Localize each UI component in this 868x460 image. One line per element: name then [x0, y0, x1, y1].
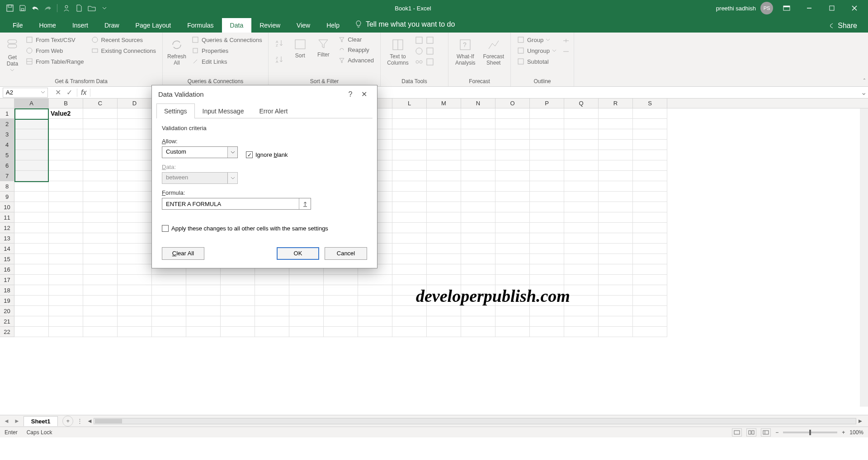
- cell[interactable]: [392, 192, 427, 202]
- cell[interactable]: [49, 181, 83, 192]
- column-header[interactable]: Q: [564, 99, 599, 108]
- user-avatar[interactable]: PS: [760, 2, 773, 14]
- cell[interactable]: [49, 119, 83, 129]
- cell[interactable]: [633, 129, 667, 140]
- cell[interactable]: [14, 254, 49, 264]
- cell[interactable]: [14, 119, 49, 129]
- cell[interactable]: [358, 296, 392, 306]
- cell[interactable]: [495, 181, 530, 192]
- cell[interactable]: [392, 223, 427, 233]
- cell[interactable]: [83, 181, 118, 192]
- cell[interactable]: [49, 233, 83, 244]
- worksheet-grid[interactable]: ABCDEFGHIJKLMNOPQRS 1Value1Value22345678…: [0, 99, 868, 415]
- cell[interactable]: [14, 264, 49, 275]
- text-to-columns-button[interactable]: Text to Columns: [385, 35, 410, 66]
- sheet-nav-next-icon[interactable]: ►: [14, 418, 20, 424]
- cell[interactable]: [358, 306, 392, 316]
- edit-links-button[interactable]: Edit Links: [190, 57, 264, 66]
- cell[interactable]: [599, 233, 633, 244]
- cell[interactable]: [324, 275, 358, 285]
- row-header[interactable]: 4: [0, 140, 14, 150]
- cell[interactable]: [530, 233, 564, 244]
- cell[interactable]: [255, 296, 289, 306]
- existing-connections-button[interactable]: Existing Connections: [90, 46, 158, 55]
- cell[interactable]: [427, 108, 461, 119]
- cell[interactable]: [118, 254, 152, 264]
- cell[interactable]: [530, 129, 564, 140]
- cell[interactable]: [461, 129, 495, 140]
- cell[interactable]: [599, 296, 633, 306]
- cell[interactable]: [530, 316, 564, 327]
- column-header[interactable]: C: [83, 99, 118, 108]
- row-header[interactable]: 16: [0, 264, 14, 275]
- cell[interactable]: [633, 275, 667, 285]
- row-header[interactable]: 15: [0, 254, 14, 264]
- cell[interactable]: [289, 327, 324, 337]
- cell[interactable]: [392, 275, 427, 285]
- cell[interactable]: [118, 171, 152, 181]
- cell[interactable]: [633, 119, 667, 129]
- cell[interactable]: [461, 275, 495, 285]
- cell[interactable]: [633, 316, 667, 327]
- cell[interactable]: [564, 119, 599, 129]
- cell[interactable]: [427, 192, 461, 202]
- cell[interactable]: [392, 212, 427, 223]
- row-header[interactable]: 12: [0, 223, 14, 233]
- cell[interactable]: [255, 316, 289, 327]
- filter-button[interactable]: Filter: [314, 35, 334, 58]
- cell[interactable]: [427, 119, 461, 129]
- cell[interactable]: [427, 327, 461, 337]
- zoom-out-button[interactable]: −: [775, 429, 778, 436]
- cell[interactable]: [289, 296, 324, 306]
- cell[interactable]: [599, 150, 633, 160]
- zoom-level[interactable]: 100%: [849, 429, 863, 436]
- cell[interactable]: [530, 264, 564, 275]
- row-header[interactable]: 9: [0, 192, 14, 202]
- cell[interactable]: [427, 254, 461, 264]
- cell[interactable]: [118, 233, 152, 244]
- cell[interactable]: [49, 275, 83, 285]
- cell[interactable]: [427, 316, 461, 327]
- cell[interactable]: [83, 327, 118, 337]
- cell[interactable]: [564, 264, 599, 275]
- cell[interactable]: [118, 264, 152, 275]
- cell[interactable]: [461, 244, 495, 254]
- cell[interactable]: [530, 223, 564, 233]
- sheet-tab-sheet1[interactable]: Sheet1: [24, 416, 58, 426]
- hscroll-right-icon[interactable]: ►: [856, 418, 864, 424]
- cell[interactable]: [530, 140, 564, 150]
- tab-file[interactable]: File: [5, 18, 31, 33]
- ungroup-button[interactable]: Ungroup: [515, 46, 558, 55]
- cell[interactable]: [83, 285, 118, 296]
- page-break-view-button[interactable]: [761, 428, 771, 437]
- cell[interactable]: [599, 264, 633, 275]
- cell[interactable]: [461, 306, 495, 316]
- cell[interactable]: [530, 181, 564, 192]
- clear-all-button[interactable]: Clear All: [162, 247, 204, 260]
- cell[interactable]: [427, 140, 461, 150]
- cell[interactable]: [392, 160, 427, 171]
- cell[interactable]: [495, 140, 530, 150]
- cell[interactable]: [599, 212, 633, 223]
- column-header[interactable]: O: [495, 99, 530, 108]
- cell[interactable]: [118, 150, 152, 160]
- cell[interactable]: [599, 254, 633, 264]
- cell[interactable]: [324, 316, 358, 327]
- cell[interactable]: [14, 129, 49, 140]
- maximize-icon[interactable]: [823, 1, 841, 15]
- tab-draw[interactable]: Draw: [96, 18, 127, 33]
- open-icon[interactable]: [86, 3, 97, 14]
- cell[interactable]: [324, 327, 358, 337]
- cell[interactable]: [495, 264, 530, 275]
- cell[interactable]: [83, 202, 118, 212]
- data-validation-button[interactable]: [414, 46, 424, 56]
- tell-me-search[interactable]: Tell me what you want to do: [348, 16, 462, 33]
- row-header[interactable]: 3: [0, 129, 14, 140]
- cell[interactable]: [530, 160, 564, 171]
- cell[interactable]: [118, 327, 152, 337]
- cell[interactable]: [530, 192, 564, 202]
- undo-icon[interactable]: [30, 3, 41, 14]
- cell[interactable]: [564, 223, 599, 233]
- cell[interactable]: [461, 140, 495, 150]
- cell[interactable]: [495, 160, 530, 171]
